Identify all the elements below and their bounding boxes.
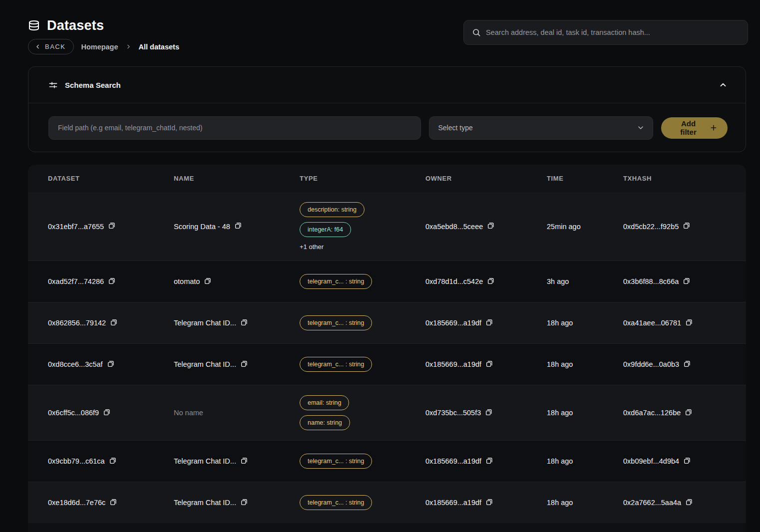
dataset-name: Scoring Data - 48: [174, 223, 230, 231]
copy-icon[interactable]: [485, 498, 493, 506]
copy-icon[interactable]: [683, 222, 691, 230]
copy-icon[interactable]: [683, 277, 691, 285]
plus-icon: [710, 124, 718, 132]
copy-icon[interactable]: [234, 222, 242, 230]
copy-icon[interactable]: [485, 360, 493, 368]
chevron-left-icon: [34, 43, 41, 50]
txhash-value: 0x3b6f88...8c66a: [623, 277, 679, 285]
dataset-cell: 0xd8cce6...3c5af: [48, 360, 174, 368]
breadcrumb-homepage[interactable]: Homepage: [81, 43, 118, 51]
copy-icon[interactable]: [685, 318, 693, 326]
dataset-name: otomato: [174, 277, 200, 285]
search-icon: [472, 28, 481, 37]
chevron-down-icon: [637, 124, 645, 132]
search-input[interactable]: [486, 28, 740, 36]
dataset-name: Telegram Chat ID...: [174, 457, 236, 465]
dataset-name: No name: [174, 409, 203, 417]
time-cell: 18h ago: [547, 409, 623, 417]
time-cell: 18h ago: [547, 360, 623, 368]
copy-icon[interactable]: [103, 408, 111, 416]
copy-icon[interactable]: [683, 360, 691, 368]
copy-icon[interactable]: [485, 408, 493, 416]
copy-icon[interactable]: [485, 457, 493, 465]
copy-icon[interactable]: [683, 457, 691, 465]
owner-address: 0x185669...a19df: [425, 319, 481, 327]
copy-icon[interactable]: [485, 318, 493, 326]
owner-cell: 0x185669...a19df: [425, 499, 547, 507]
dataset-name: Telegram Chat ID...: [174, 360, 236, 368]
copy-icon[interactable]: [109, 498, 117, 506]
schema-search-header[interactable]: Schema Search: [28, 67, 746, 103]
global-search[interactable]: [463, 20, 748, 45]
time-value: 18h ago: [547, 409, 573, 417]
type-badge: telegram_c... : string: [300, 274, 372, 289]
type-cell: telegram_c... : string: [300, 495, 425, 510]
type-cell: email: stringname: string: [300, 395, 425, 430]
copy-icon[interactable]: [240, 498, 248, 506]
dataset-cell: 0xad52f7...74286: [48, 277, 174, 285]
dataset-cell: 0x862856...79142: [48, 319, 174, 327]
time-value: 18h ago: [547, 319, 573, 327]
dataset-id: 0xe18d6d...7e76c: [48, 499, 105, 507]
table-row[interactable]: 0x9cbb79...c61ca Telegram Chat ID... tel…: [28, 440, 746, 482]
txhash-cell: 0xa41aee...06781: [623, 319, 746, 327]
copy-icon[interactable]: [487, 222, 495, 230]
datasets-table: DATASET NAME TYPE OWNER TIME TXHASH 0x31…: [28, 165, 746, 532]
copy-icon[interactable]: [109, 457, 117, 465]
table-row[interactable]: 0xd8cce6...3c5af Telegram Chat ID... tel…: [28, 343, 746, 385]
time-value: 18h ago: [547, 360, 573, 368]
datasets-page: Datasets BACK Homepage All datasets: [0, 0, 760, 532]
column-header-txhash: TXHASH: [623, 175, 746, 182]
schema-search-title: Schema Search: [65, 81, 713, 89]
time-cell: 25min ago: [547, 223, 623, 231]
copy-icon[interactable]: [240, 360, 248, 368]
copy-icon[interactable]: [685, 498, 693, 506]
dataset-id: 0x6cff5c...086f9: [48, 409, 99, 417]
copy-icon[interactable]: [487, 277, 495, 285]
txhash-cell: 0xb09ebf...4d9b4: [623, 457, 746, 465]
dataset-name: Telegram Chat ID...: [174, 499, 236, 507]
owner-cell: 0xd735bc...505f3: [425, 409, 547, 417]
copy-icon[interactable]: [240, 457, 248, 465]
column-header-time: TIME: [547, 175, 623, 182]
copy-icon[interactable]: [685, 408, 693, 416]
copy-icon[interactable]: [110, 318, 118, 326]
breadcrumb: BACK Homepage All datasets: [28, 39, 179, 54]
time-value: 18h ago: [547, 499, 573, 507]
copy-icon[interactable]: [240, 318, 248, 326]
txhash-cell: 0x3b6f88...8c66a: [623, 277, 746, 285]
back-button[interactable]: BACK: [28, 39, 74, 54]
sliders-icon: [48, 80, 58, 90]
copy-icon[interactable]: [107, 360, 115, 368]
chevron-up-icon[interactable]: [719, 80, 728, 89]
txhash-value: 0xd6a7ac...126be: [623, 409, 681, 417]
type-select[interactable]: Select type: [429, 116, 654, 140]
type-badge: telegram_c... : string: [300, 357, 372, 372]
txhash-value: 0xb09ebf...4d9b4: [623, 457, 679, 465]
table-row[interactable]: 0x31ebf7...a7655 Scoring Data - 48 descr…: [28, 192, 746, 261]
type-badge: description: string: [300, 202, 365, 217]
owner-cell: 0xa5ebd8...5ceee: [425, 223, 547, 231]
dataset-id: 0x31ebf7...a7655: [48, 223, 104, 231]
txhash-cell: 0x9fdd6e...0a0b3: [623, 360, 746, 368]
copy-icon[interactable]: [108, 222, 116, 230]
add-filter-button[interactable]: Add filter: [661, 117, 728, 139]
page-title: Datasets: [47, 18, 104, 33]
column-header-dataset: DATASET: [48, 175, 174, 182]
table-row[interactable]: 0xad52f7...74286 otomato telegram_c... :…: [28, 261, 746, 302]
schema-search-filters: Select type Add filter: [28, 103, 746, 152]
copy-icon[interactable]: [204, 277, 212, 285]
add-filter-label: Add filter: [672, 119, 705, 136]
field-path-input[interactable]: [48, 116, 421, 140]
owner-cell: 0x185669...a19df: [425, 319, 547, 327]
owner-address: 0xd735bc...505f3: [425, 409, 481, 417]
name-cell: Telegram Chat ID...: [174, 319, 300, 327]
table-row[interactable]: 0x862856...79142 Telegram Chat ID... tel…: [28, 302, 746, 343]
table-row[interactable]: 0xe18d6d...7e76c Telegram Chat ID... tel…: [28, 482, 746, 523]
owner-cell: 0x185669...a19df: [425, 360, 547, 368]
copy-icon[interactable]: [108, 277, 116, 285]
table-row[interactable]: 0x6cff5c...086f9 No name email: stringna…: [28, 385, 746, 440]
time-cell: 18h ago: [547, 499, 623, 507]
column-header-owner: OWNER: [425, 175, 547, 182]
dataset-id: 0x862856...79142: [48, 319, 106, 327]
